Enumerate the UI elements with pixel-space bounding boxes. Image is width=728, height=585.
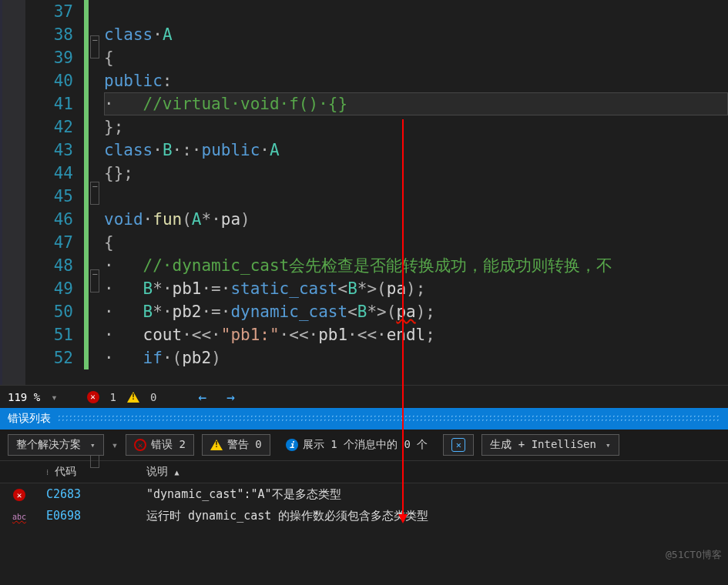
error-description: "dynamic_cast":"A"不是多态类型 <box>146 487 728 502</box>
code-line[interactable]: void·fun(A*·pa) <box>104 208 728 231</box>
error-list-header[interactable]: 错误列表 <box>0 408 728 430</box>
line-number: 48 <box>25 254 73 277</box>
error-icon: ✕ <box>13 489 25 501</box>
code-line[interactable]: {}; <box>104 162 728 185</box>
line-number-gutter: 37383940414243444546474849505152 <box>25 0 82 385</box>
code-line[interactable]: }; <box>104 115 728 139</box>
code-line[interactable]: · B*·pb1·=·static_cast<B*>(pa); <box>104 277 728 300</box>
change-bar <box>82 0 90 385</box>
code-editor[interactable]: 37383940414243444546474849505152 −−−− cl… <box>0 0 728 385</box>
code-line[interactable]: · //virtual·void·f()·{} <box>104 92 728 115</box>
error-description: 运行时 dynamic_cast 的操作数必须包含多态类类型 <box>146 509 728 523</box>
fold-toggle[interactable]: − <box>90 269 99 292</box>
line-number: 39 <box>25 46 73 69</box>
line-number: 46 <box>25 208 73 231</box>
watermark: @51CTO博客 <box>666 548 722 562</box>
code-line[interactable]: class·B·:·public·A <box>104 139 728 162</box>
line-number: 50 <box>25 300 73 323</box>
filter-errors-button[interactable]: ✕错误 2 <box>126 434 194 456</box>
error-count: 1 <box>110 391 116 403</box>
zoom-level[interactable]: 119 % <box>8 391 40 403</box>
annotation-arrow <box>402 119 404 522</box>
code-line[interactable] <box>104 0 728 23</box>
col-code[interactable]: 代码 <box>55 465 76 477</box>
code-line[interactable]: · if·(pb2) <box>104 346 728 369</box>
warning-icon[interactable] <box>127 392 139 403</box>
error-list-toolbar: 整个解决方案 ▾ ✕错误 2 警告 0 i展示 1 个消息中的 0 个 ✕ 生成… <box>0 430 728 460</box>
fold-toggle[interactable]: − <box>90 35 99 58</box>
fold-toggle[interactable]: − <box>90 182 99 205</box>
filter-warnings-button[interactable]: 警告 0 <box>202 434 270 456</box>
line-number: 52 <box>25 346 73 369</box>
error-code: C2683 <box>39 487 146 501</box>
error-row[interactable]: ✕C2683"dynamic_cast":"A"不是多态类型 <box>0 483 728 505</box>
code-line[interactable]: · B*·pb2·=·dynamic_cast<B*>(pa); <box>104 300 728 323</box>
code-line[interactable]: { <box>104 231 728 254</box>
line-number: 40 <box>25 69 73 92</box>
intellisense-icon: abc <box>12 513 26 521</box>
panel-grip[interactable] <box>57 414 720 423</box>
warning-count: 0 <box>150 391 156 403</box>
error-row[interactable]: abcE0698运行时 dynamic_cast 的操作数必须包含多态类类型 <box>0 505 728 526</box>
line-number: 49 <box>25 277 73 300</box>
line-number: 47 <box>25 231 73 254</box>
code-line[interactable]: · //·dynamic_cast会先检查是否能转换成功，能成功则转换，不 <box>104 254 728 277</box>
scope-dropdown[interactable]: 整个解决方案 <box>8 434 104 456</box>
dropdown-chevron-icon[interactable]: ▾ <box>112 439 118 451</box>
line-number: 43 <box>25 139 73 162</box>
code-line[interactable]: public: <box>104 69 728 92</box>
margin-column <box>2 0 25 385</box>
line-number: 45 <box>25 185 73 208</box>
line-number: 38 <box>25 23 73 46</box>
code-line[interactable] <box>104 185 728 208</box>
error-list-title: 错误列表 <box>8 412 51 426</box>
error-table-body: ✕C2683"dynamic_cast":"A"不是多态类型abcE0698运行… <box>0 483 728 526</box>
zoom-dropdown-icon[interactable]: ▾ <box>51 391 57 403</box>
code-line[interactable]: { <box>104 46 728 69</box>
nav-back-icon[interactable]: ← <box>193 389 211 405</box>
filter-toggle-button[interactable]: ✕ <box>443 434 474 456</box>
code-area[interactable]: class·A{public:· //virtual·void·f()·{}};… <box>104 0 728 385</box>
fold-column[interactable]: −−−− <box>90 0 104 385</box>
line-number: 41 <box>25 92 73 115</box>
error-icon[interactable]: ✕ <box>87 391 99 403</box>
build-filter-dropdown[interactable]: 生成 + IntelliSen <box>481 434 619 456</box>
line-number: 37 <box>25 0 73 23</box>
line-number: 51 <box>25 323 73 346</box>
filter-messages-button[interactable]: i展示 1 个消息中的 0 个 <box>278 435 436 455</box>
editor-status-bar: 119 % ▾ ✕1 0 ← → <box>0 385 728 408</box>
col-desc[interactable]: 说明 <box>146 465 168 477</box>
error-table-header[interactable]: ⁞ 代码 说明 ▲ <box>0 460 728 483</box>
code-line[interactable]: · cout·<<·"pb1:"·<<·pb1·<<·endl; <box>104 323 728 346</box>
line-number: 42 <box>25 115 73 139</box>
error-code: E0698 <box>39 509 146 523</box>
code-line[interactable]: class·A <box>104 23 728 46</box>
nav-forward-icon[interactable]: → <box>222 389 240 405</box>
line-number: 44 <box>25 162 73 185</box>
